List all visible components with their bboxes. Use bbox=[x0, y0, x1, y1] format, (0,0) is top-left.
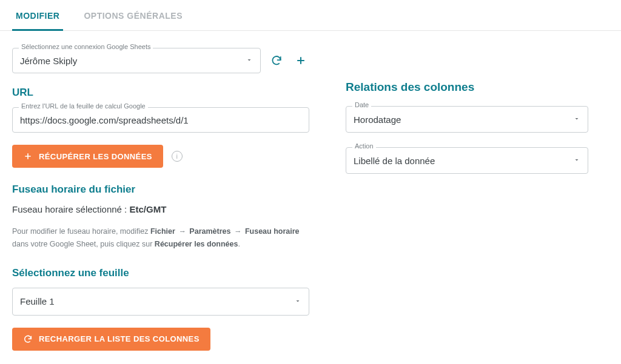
timezone-selected: Fuseau horaire sélectionné : Etc/GMT bbox=[12, 204, 309, 214]
plus-icon bbox=[23, 151, 33, 161]
relations-heading: Relations des colonnes bbox=[346, 81, 588, 94]
connection-label: Sélectionnez une connexion Google Sheets bbox=[19, 44, 153, 50]
timezone-selected-prefix: Fuseau horaire sélectionné : bbox=[12, 204, 129, 214]
relation-action-value: Libellé de la donnée bbox=[354, 156, 568, 166]
relation-date-value: Horodatage bbox=[354, 114, 568, 125]
relation-action-label: Action bbox=[352, 143, 376, 150]
url-field[interactable]: Entrez l'URL de la feuille de calcul Goo… bbox=[12, 107, 309, 133]
fetch-data-button[interactable]: RÉCUPÉRER LES DONNÉES bbox=[12, 145, 163, 168]
left-column: Sélectionnez une connexion Google Sheets… bbox=[12, 48, 309, 351]
sheet-select[interactable]: Feuille 1 bbox=[12, 288, 309, 316]
relation-action-select[interactable]: Action Libellé de la donnée bbox=[346, 147, 588, 174]
connection-select[interactable]: Sélectionnez une connexion Google Sheets… bbox=[12, 48, 261, 73]
fetch-button-label: RÉCUPÉRER LES DONNÉES bbox=[39, 152, 152, 161]
reload-button-label: RECHARGER LA LISTE DES COLONNES bbox=[39, 334, 200, 343]
tab-options-generales[interactable]: OPTIONS GÉNÉRALES bbox=[80, 0, 186, 31]
help-b4: Récupérer les données bbox=[155, 240, 238, 248]
sheet-value: Feuille 1 bbox=[20, 296, 289, 306]
add-icon[interactable] bbox=[292, 52, 309, 69]
relation-date-label: Date bbox=[352, 102, 371, 108]
url-heading: URL bbox=[12, 87, 309, 99]
timezone-heading: Fuseau horaire du fichier bbox=[12, 184, 309, 196]
info-icon[interactable]: i bbox=[172, 151, 183, 162]
help-end: . bbox=[238, 240, 240, 248]
arrow-icon: → bbox=[178, 225, 186, 238]
help-b1: Fichier bbox=[150, 227, 175, 236]
relation-date-select[interactable]: Date Horodatage bbox=[346, 106, 588, 133]
caret-down-icon bbox=[246, 55, 253, 66]
tab-modifier[interactable]: MODIFIER bbox=[12, 0, 63, 31]
timezone-selected-value: Etc/GMT bbox=[129, 204, 166, 214]
help-mid: dans votre Google Sheet, puis cliquez su… bbox=[12, 240, 155, 248]
url-input[interactable] bbox=[20, 115, 301, 125]
arrow-icon: → bbox=[234, 225, 242, 238]
sheet-heading: Sélectionnez une feuille bbox=[12, 267, 309, 279]
help-pre: Pour modifier le fuseau horaire, modifie… bbox=[12, 227, 150, 236]
caret-down-icon bbox=[294, 296, 301, 307]
refresh-icon[interactable] bbox=[268, 52, 285, 69]
right-column: Relations des colonnes Date Horodatage A… bbox=[346, 48, 588, 351]
help-b3: Fuseau horaire bbox=[245, 227, 300, 236]
reload-icon bbox=[23, 334, 33, 344]
url-label: Entrez l'URL de la feuille de calcul Goo… bbox=[19, 103, 148, 110]
caret-down-icon bbox=[573, 114, 580, 125]
tabs: MODIFIER OPTIONS GÉNÉRALES bbox=[0, 0, 621, 31]
reload-columns-button[interactable]: RECHARGER LA LISTE DES COLONNES bbox=[12, 328, 210, 351]
help-b2: Paramètres bbox=[189, 227, 230, 236]
connection-value: Jérôme Skiply bbox=[20, 56, 241, 66]
caret-down-icon bbox=[573, 155, 580, 166]
timezone-help: Pour modifier le fuseau horaire, modifie… bbox=[12, 225, 309, 251]
